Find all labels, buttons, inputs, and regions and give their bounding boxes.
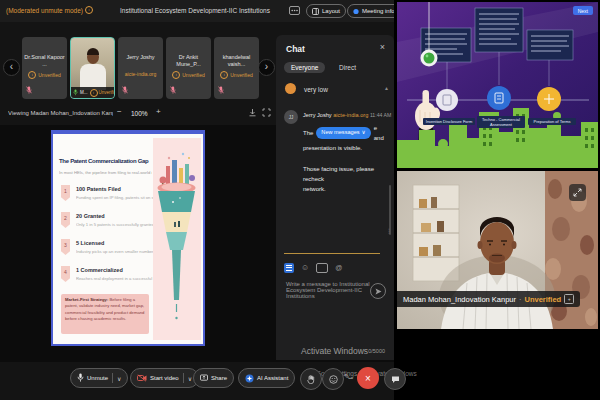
send-message-button[interactable] <box>370 283 386 299</box>
send-icon <box>375 288 382 295</box>
presentation-illustration <box>397 2 598 168</box>
chat-author-org: aicte-india.org <box>333 112 368 118</box>
slide-step: 4 1 Commercialized Reaches real deployme… <box>61 265 151 290</box>
start-video-button[interactable]: Start video ∨ <box>130 368 199 388</box>
participant-tile[interactable]: Dr Ankit Mune_P... iUnverified <box>166 37 211 99</box>
step-subtext: Funding spent on IP filing, patents sit … <box>76 195 156 200</box>
slide-title: The Patent Commercialization Gap <box>59 158 155 164</box>
step-heading: 100 Patents Filed <box>76 186 121 192</box>
meeting-info-icon <box>353 8 359 15</box>
layout-button[interactable]: Layout <box>306 4 346 18</box>
unmute-button[interactable]: Unmute ∨ <box>70 368 128 388</box>
reactions-button[interactable] <box>322 368 344 390</box>
mic-muted-icon <box>26 86 32 95</box>
step-heading: 20 Granted <box>76 213 105 219</box>
info-icon: i <box>172 71 180 79</box>
chat-input-toolbar: ☺ @ <box>284 262 342 273</box>
mic-muted-icon <box>122 86 128 95</box>
chat-message-input[interactable] <box>284 279 372 313</box>
camera-off-icon <box>137 374 147 382</box>
participant-tile-active-video[interactable]: M... iUnverified <box>70 37 115 99</box>
format-text-icon[interactable] <box>284 263 294 273</box>
leave-meeting-button[interactable]: × <box>357 367 379 389</box>
info-icon: i <box>90 89 98 97</box>
ai-assistant-button[interactable]: AI Assistant <box>238 368 295 388</box>
popout-icon[interactable]: + <box>564 294 574 304</box>
presentation-video-feed[interactable]: Next Invention Disclosure Form Techno - … <box>397 2 598 168</box>
participant-name: khandelwal vaish... <box>216 54 257 68</box>
top-bar: (Moderated unmute mode) i Institutional … <box>0 0 394 22</box>
chat-message-partial: very low <box>304 86 328 93</box>
pinned-videos-column: Next Invention Disclosure Form Techno - … <box>394 0 600 400</box>
slide-step: 3 5 Licensed Industry picks up an even s… <box>61 238 151 263</box>
speaker-name-tag: Madan Mohan_Indovation Kanpur · Unverifi… <box>397 291 580 307</box>
flow-node-label: Techno - Commercial Assessment <box>477 116 525 128</box>
emoji-icon[interactable]: ☺ <box>301 264 309 272</box>
step-heading: 5 Licensed <box>76 240 104 246</box>
slide-callout: Market-First Strategy: Before filing a p… <box>61 294 149 334</box>
avatar: JJ <box>284 110 298 124</box>
chat-message-body: The New messages ∨ e and presentation is… <box>303 123 387 194</box>
raise-hand-button[interactable] <box>300 368 322 390</box>
mic-muted-icon <box>170 86 176 95</box>
zoom-in-button[interactable]: + <box>156 107 161 116</box>
close-icon[interactable]: × <box>380 42 385 52</box>
chat-input-divider <box>284 253 380 254</box>
status-badge: Unverified <box>525 295 562 304</box>
scroll-up-icon[interactable]: ▲ <box>384 85 389 91</box>
participant-status: iUnverified <box>166 71 211 79</box>
chat-panel: Chat × Everyone Direct very low ▲ JJ Jer… <box>276 35 394 360</box>
layout-icon <box>312 8 319 15</box>
avatar <box>285 83 296 94</box>
fit-width-icon[interactable] <box>248 108 257 117</box>
mic-icon <box>77 373 84 383</box>
participant-status: iUnverified <box>90 89 116 97</box>
ai-assistant-icon <box>245 374 254 383</box>
chevron-down-icon: ∨ <box>188 375 192 382</box>
step-subtext: Only 1 in 5 patents is successfully gran… <box>76 222 154 227</box>
participant-tile[interactable]: Jerry Joshy aicte-india.org <box>118 37 163 99</box>
callout-lead: Market-First Strategy: <box>65 297 108 302</box>
filmstrip-next-button[interactable]: › <box>258 59 275 76</box>
fullscreen-icon[interactable] <box>262 108 271 117</box>
zoom-out-button[interactable]: − <box>117 107 122 116</box>
step-number-badge: 4 <box>61 266 70 282</box>
slide-step: 1 100 Patents Filed Funding spent on IP … <box>61 184 151 209</box>
chat-bubble-button[interactable] <box>384 368 406 390</box>
meeting-info-button[interactable]: Meeting info <box>347 4 401 18</box>
filmstrip-prev-button[interactable]: ‹ <box>3 59 20 76</box>
apps-icon[interactable] <box>289 6 300 15</box>
chat-message-text: e and <box>374 123 387 143</box>
participant-tile[interactable]: khandelwal vaish... iUnverified <box>214 37 259 99</box>
tab-direct[interactable]: Direct <box>332 62 363 73</box>
more-options-button[interactable]: − <box>348 373 353 383</box>
new-messages-button[interactable]: New messages ∨ <box>316 127 370 140</box>
step-heading: 1 Commercialized <box>76 267 123 273</box>
zoom-level: 100% <box>131 110 148 117</box>
meeting-title: Institutional Ecosystem Development-IIC … <box>95 7 295 14</box>
chat-panel-title: Chat <box>286 44 305 54</box>
scroll-down-icon[interactable]: ⋮ <box>386 227 392 234</box>
expand-video-icon[interactable] <box>569 184 586 201</box>
mic-on-icon <box>73 89 78 96</box>
next-button[interactable]: Next <box>573 6 593 15</box>
raise-hand-icon <box>307 375 315 384</box>
participant-tile[interactable]: Dr.Sonal Kapoor ... iUnverified <box>22 37 67 99</box>
participant-name: Dr Ankit Mune_P... <box>168 54 209 68</box>
chevron-down-icon: ∨ <box>362 128 366 138</box>
mention-icon[interactable]: @ <box>335 264 342 271</box>
speaker-video-feed[interactable]: Madan Mohan_Indovation Kanpur · Unverifi… <box>397 171 598 329</box>
chat-bubble-icon <box>391 375 400 384</box>
viewing-label: Viewing Madan Mohan_Indovation Kanpur's … <box>8 110 113 116</box>
chat-author: Jerry Joshy <box>303 112 332 118</box>
character-counter: 0/5000 <box>368 348 385 354</box>
share-button[interactable]: Share <box>193 368 234 388</box>
tab-everyone[interactable]: Everyone <box>284 62 325 73</box>
gif-icon[interactable] <box>316 263 328 273</box>
chat-message-text: Those facing issue, please recheck <box>303 164 387 184</box>
shared-slide: The Patent Commercialization Gap In most… <box>51 130 205 346</box>
participant-name: M... <box>80 90 88 95</box>
info-icon[interactable]: i <box>85 6 93 14</box>
flow-node-label: Invention Disclosure Form <box>423 118 475 125</box>
slide-subtitle: In most HEIs, the pipeline from filing t… <box>59 170 152 175</box>
